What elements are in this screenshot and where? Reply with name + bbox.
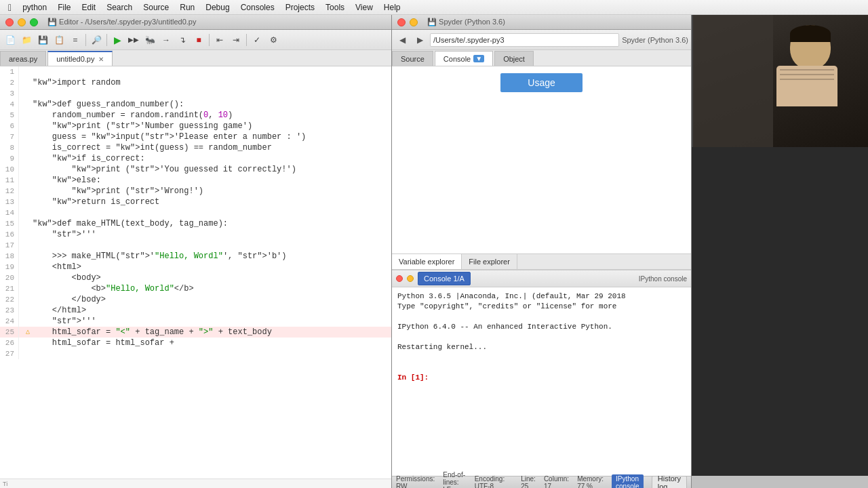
code-line-2[interactable]: 2"kw">import random xyxy=(0,77,391,88)
code-line-15[interactable]: 15"kw">def make_HTML(text_body, tag_name… xyxy=(0,218,391,229)
code-line-14[interactable]: 14 xyxy=(0,207,391,218)
console-tab-btn[interactable]: Console 1/A xyxy=(418,272,471,285)
menu-python[interactable]: python xyxy=(17,0,52,14)
menu-file[interactable]: File xyxy=(52,0,76,14)
console-min-btn[interactable] xyxy=(407,275,414,282)
code-line-23[interactable]: 23 </html> xyxy=(0,305,391,316)
settings-btn[interactable]: ⚙ xyxy=(266,33,281,47)
menu-search[interactable]: Search xyxy=(101,0,138,14)
stop-btn[interactable]: ■ xyxy=(191,33,206,47)
indent-btn[interactable]: ⇥ xyxy=(229,33,243,47)
ipython-status-btn[interactable]: IPython console xyxy=(612,474,644,489)
console-line xyxy=(397,312,686,322)
tab-areas[interactable]: areas.py xyxy=(0,51,46,66)
line-number: 10 xyxy=(0,164,19,175)
code-line-10[interactable]: 10 "kw">print ("str">'You guessed it cor… xyxy=(0,164,391,175)
menu-edit[interactable]: Edit xyxy=(77,0,102,14)
body-shape xyxy=(776,66,837,106)
tab-source[interactable]: Source xyxy=(392,51,433,66)
menu-projects[interactable]: Projects xyxy=(280,0,320,14)
minimize-button[interactable] xyxy=(18,18,26,26)
code-line-5[interactable]: 5 random_number = random.randint(0, 10) xyxy=(0,110,391,121)
line-number: 26 xyxy=(0,338,19,348)
help-back-btn[interactable]: ◀ xyxy=(395,33,410,47)
bottom-right-area xyxy=(692,147,868,476)
run-btn[interactable]: ▶ xyxy=(110,33,125,47)
console-dropdown[interactable]: ▼ xyxy=(473,55,484,62)
open-file-btn[interactable]: 📁 xyxy=(19,33,34,47)
variable-explorer-tab[interactable]: Variable explorer xyxy=(392,254,462,269)
help-min-btn[interactable] xyxy=(410,18,418,26)
code-line-20[interactable]: 20 <body> xyxy=(0,272,391,283)
tab-object[interactable]: Object xyxy=(494,51,534,66)
console-output[interactable]: Python 3.6.5 |Anaconda, Inc.| (default, … xyxy=(392,287,691,476)
code-line-24[interactable]: 24 "str">''' xyxy=(0,316,391,327)
help-path-text: /Users/te/.spyder-py3 xyxy=(433,36,505,44)
help-close-btn[interactable] xyxy=(397,18,406,26)
step-into-btn[interactable]: ↴ xyxy=(175,33,190,47)
hair-shape xyxy=(790,25,831,42)
line-number: 24 xyxy=(0,316,19,327)
code-line-4[interactable]: 4"kw">def guess_random_number(): xyxy=(0,99,391,110)
status-encoding: Encoding: UTF-8 xyxy=(475,475,505,489)
line-number: 16 xyxy=(0,229,19,240)
menu-source[interactable]: Source xyxy=(138,0,174,14)
code-line-9[interactable]: 9 "kw">if is_correct: xyxy=(0,153,391,164)
code-line-3[interactable]: 3 xyxy=(0,88,391,99)
line-code: "kw">if is_correct: xyxy=(33,153,391,164)
code-editor[interactable]: 12"kw">import random34"kw">def guess_ran… xyxy=(0,66,391,479)
gutter-text: Ti xyxy=(3,481,7,487)
run-cell-btn[interactable]: ▶▶ xyxy=(126,33,141,47)
menu-debug[interactable]: Debug xyxy=(200,0,235,14)
line-code: html_sofar = "<" + tag_name + ">" + text… xyxy=(33,327,391,338)
code-line-13[interactable]: 13 "kw">return is_correct xyxy=(0,197,391,207)
code-line-16[interactable]: 16 "str">''' xyxy=(0,229,391,240)
code-line-25[interactable]: 25△ html_sofar = "<" + tag_name + ">" + … xyxy=(0,327,391,338)
menu-help[interactable]: Help xyxy=(378,0,406,14)
print-btn[interactable]: = xyxy=(68,33,83,47)
line-number: 11 xyxy=(0,175,19,186)
code-line-1[interactable]: 1 xyxy=(0,66,391,77)
code-line-27[interactable]: 27 xyxy=(0,348,391,359)
maximize-button[interactable] xyxy=(30,18,38,26)
console-close-btn[interactable] xyxy=(396,275,403,282)
code-line-19[interactable]: 19 <html> xyxy=(0,262,391,272)
menu-view[interactable]: View xyxy=(350,0,378,14)
close-button[interactable] xyxy=(5,18,14,26)
code-line-22[interactable]: 22 </body> xyxy=(0,294,391,305)
find-btn[interactable]: 🔎 xyxy=(89,33,104,47)
tab-untitled[interactable]: untitled0.py ✕ xyxy=(47,51,113,66)
ipython-console-btn[interactable]: IPython console xyxy=(639,275,687,283)
tab-console[interactable]: Console ▼ xyxy=(435,51,493,66)
tab-close-icon[interactable]: ✕ xyxy=(98,56,104,63)
code-line-8[interactable]: 8 is_correct = "kw">int(guess) == random… xyxy=(0,142,391,153)
code-line-12[interactable]: 12 "kw">print ("str">'Wrong!') xyxy=(0,186,391,197)
tab-console-label: Console xyxy=(443,55,471,63)
file-explorer-tab[interactable]: File explorer xyxy=(462,254,517,269)
code-line-6[interactable]: 6 "kw">print ("str">'Number guessing gam… xyxy=(0,121,391,131)
step-btn[interactable]: → xyxy=(159,33,174,47)
menu-consoles[interactable]: Consoles xyxy=(235,0,280,14)
code-line-21[interactable]: 21 <b>"Hello, World"</b> xyxy=(0,283,391,294)
sep4 xyxy=(246,34,247,46)
new-file-btn[interactable]: 📄 xyxy=(3,33,18,47)
help-forward-btn[interactable]: ▶ xyxy=(412,33,427,47)
console-line: In [1]: xyxy=(397,373,686,383)
traffic-lights xyxy=(5,18,38,26)
todo-btn[interactable]: ✓ xyxy=(250,33,264,47)
save-all-btn[interactable]: 📋 xyxy=(52,33,66,47)
line-number: 12 xyxy=(0,186,19,197)
code-line-11[interactable]: 11 "kw">else: xyxy=(0,175,391,186)
debug-btn[interactable]: 🐜 xyxy=(142,33,157,47)
line-number: 15 xyxy=(0,218,19,229)
outdent-btn[interactable]: ⇤ xyxy=(212,33,227,47)
apple-menu[interactable]:  xyxy=(3,0,17,14)
code-line-17[interactable]: 17 xyxy=(0,240,391,251)
code-line-7[interactable]: 7 guess = "kw">input("str">'Please enter… xyxy=(0,131,391,142)
history-log-btn[interactable]: History log xyxy=(652,476,687,489)
menu-tools[interactable]: Tools xyxy=(320,0,350,14)
code-line-26[interactable]: 26 html_sofar = html_sofar + xyxy=(0,338,391,348)
menu-run[interactable]: Run xyxy=(174,0,200,14)
save-file-btn[interactable]: 💾 xyxy=(35,33,50,47)
code-line-18[interactable]: 18 >>> make_HTML("str">'"Hello, Wordl"',… xyxy=(0,251,391,262)
